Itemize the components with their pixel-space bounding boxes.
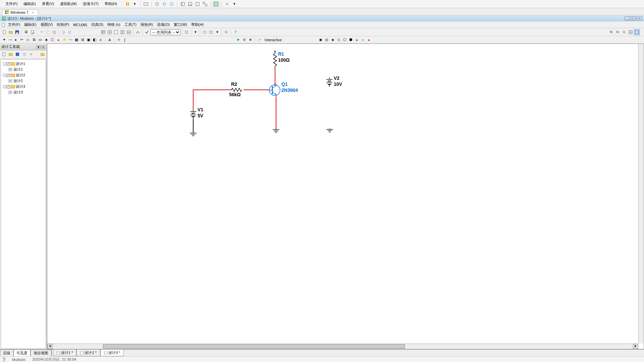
vm-pause-icon[interactable] (124, 1, 131, 7)
place-basic-icon[interactable]: ⟞ (7, 37, 13, 43)
wire-emitter-gnd[interactable] (276, 97, 276, 129)
vm-manage-icon[interactable] (168, 1, 175, 7)
scroll-right-icon[interactable]: ► (633, 344, 638, 349)
place-misc-icon[interactable]: ◈ (44, 37, 49, 43)
place-em-icon[interactable]: ▦ (74, 37, 79, 43)
place-connector-icon[interactable]: ⊟ (80, 37, 85, 43)
place-bus-icon[interactable]: ≡ (98, 37, 103, 43)
place-rf-icon[interactable]: 〰 (68, 37, 73, 43)
tbx-new-icon[interactable] (1, 52, 7, 57)
instr4-icon[interactable]: ◇ (336, 37, 341, 43)
place-indicator-icon[interactable]: ● (56, 37, 61, 43)
menu-edit[interactable]: 编辑(E) (22, 21, 39, 28)
instr6-icon[interactable]: ⬢ (348, 37, 354, 43)
place-transistor-icon[interactable]: ⊢ (19, 37, 25, 43)
vm-tab-windows7[interactable]: Windows 7 × (2, 9, 38, 15)
tab-project-view[interactable]: 项目视图 (31, 350, 51, 356)
probe3-icon[interactable] (202, 29, 208, 35)
transistor-q1[interactable] (268, 83, 281, 97)
el-check-icon[interactable] (144, 29, 150, 35)
place-text-icon[interactable]: A (107, 37, 112, 43)
paste-icon[interactable] (51, 29, 57, 35)
ground-v2[interactable] (326, 128, 334, 133)
hierarchy-icon[interactable] (135, 29, 141, 35)
menu-tools[interactable]: 工具(T) (122, 21, 139, 28)
vm-menu-help[interactable]: 帮助(H) (102, 0, 120, 7)
place-analog-icon[interactable]: ▷ (25, 37, 31, 43)
probe4-icon[interactable] (208, 29, 214, 35)
checkbox-icon[interactable]: ✓ (7, 85, 10, 88)
probe1-icon[interactable] (183, 29, 190, 35)
comp-grid3-icon[interactable] (119, 29, 125, 35)
print-icon[interactable] (23, 29, 29, 35)
instr5-icon[interactable]: ⬡ (342, 37, 347, 43)
vm-dropdown-icon[interactable]: ▾ (131, 1, 138, 7)
menu-options[interactable]: 选项(O) (155, 21, 172, 28)
tbx-del-icon[interactable]: ✕ (28, 52, 34, 57)
checkbox-icon[interactable]: ✓ (7, 62, 10, 66)
place-diode-icon[interactable]: ▸ (13, 37, 19, 43)
vm-layout3-icon[interactable] (194, 1, 201, 7)
instr1-icon[interactable]: ◉ (318, 37, 323, 43)
battery-v1[interactable] (190, 110, 197, 119)
copy-icon[interactable] (45, 29, 51, 35)
find-icon[interactable] (223, 29, 229, 35)
doc-tab-design3[interactable]: 设计3 * (100, 350, 124, 356)
menu-place[interactable]: 绘制(P) (55, 21, 71, 28)
fullscreen-icon[interactable] (634, 29, 640, 35)
grip-icon[interactable] (3, 357, 5, 362)
save-icon[interactable] (14, 29, 20, 35)
run-button[interactable] (235, 37, 241, 43)
resistor-r2[interactable] (230, 88, 244, 92)
instr3-icon[interactable]: ◈ (330, 37, 335, 43)
place-wire-icon[interactable]: ∫ (122, 37, 127, 43)
scroll-thumb[interactable] (103, 344, 405, 349)
tbx-save-icon[interactable] (15, 52, 20, 57)
expander-icon[interactable]: - (3, 62, 6, 65)
place-adv-icon[interactable]: ◧ (92, 37, 97, 43)
stop-button[interactable] (248, 37, 253, 43)
window-close-icon[interactable]: × (637, 16, 642, 20)
menu-window[interactable]: 窗口(W) (172, 21, 189, 28)
instr9-icon[interactable]: ● (366, 37, 372, 43)
vm-tools-icon[interactable] (224, 1, 230, 7)
vm-revert-icon[interactable] (161, 1, 168, 7)
wire-r2-base[interactable] (244, 89, 269, 90)
tree-design2[interactable]: - ✓ 设计2 (2, 72, 45, 78)
vm-menu-tabs[interactable]: 选项卡(T) (80, 0, 101, 7)
place-mcu-icon[interactable]: ▣ (86, 37, 91, 43)
interactive-icon[interactable] (257, 37, 262, 43)
comp-grid1-icon[interactable] (107, 29, 113, 35)
wire-node-r2[interactable] (193, 89, 230, 90)
window-minimize-icon[interactable]: _ (625, 16, 630, 20)
menu-file[interactable]: 文件(F) (6, 21, 22, 28)
place-mixed-icon[interactable]: ⬡ (50, 37, 55, 43)
resistor-r1[interactable] (273, 51, 277, 69)
expander-icon[interactable]: - (3, 85, 6, 88)
redo-icon[interactable] (67, 29, 73, 35)
window-maximize-icon[interactable]: □ (631, 16, 636, 20)
vm-menu-vm[interactable]: 虚拟机(M) (57, 0, 79, 7)
open-icon[interactable] (8, 29, 14, 35)
comp-grid4-icon[interactable] (126, 29, 132, 35)
menu-transfer[interactable]: 转移 (n) (105, 21, 122, 28)
vm-clock-icon[interactable] (154, 1, 160, 7)
toolbox-close-icon[interactable]: × (41, 45, 45, 49)
place-source-icon[interactable]: ✦ (1, 37, 7, 43)
place-ttl-icon[interactable]: ⧉ (32, 37, 37, 43)
menu-help[interactable]: 帮助(H) (189, 21, 206, 28)
zoom-in-icon[interactable] (608, 29, 614, 35)
vm-dropdown2-icon[interactable]: ▾ (231, 1, 238, 7)
scroll-left-icon[interactable]: ◄ (47, 344, 53, 349)
place-power-icon[interactable]: ⚡ (62, 37, 67, 43)
doc-tab-design2[interactable]: 设计2 * (76, 350, 100, 356)
expander-icon[interactable]: - (3, 74, 6, 77)
horizontal-scrollbar[interactable]: ◄ ► (47, 344, 638, 349)
vm-menu-view[interactable]: 查看(V) (39, 0, 57, 7)
place-cmos-icon[interactable]: ▭ (38, 37, 43, 43)
tab-hierarchy[interactable]: 层级 (0, 350, 13, 356)
tbx-open-icon[interactable] (8, 52, 13, 57)
vm-layout1-icon[interactable] (179, 1, 186, 7)
comp-database-icon[interactable] (100, 29, 106, 35)
schematic-canvas[interactable]: R1 100Ω R2 56kΩ (47, 44, 644, 349)
